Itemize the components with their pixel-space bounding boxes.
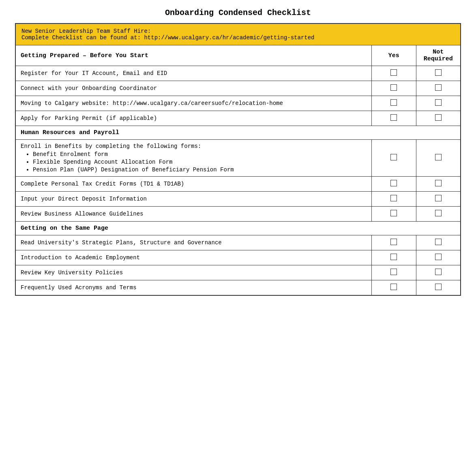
- bullet-list: Benefit Enrolment form Flexible Spending…: [33, 151, 367, 173]
- table-row: Input your Direct Deposit Information: [15, 192, 461, 207]
- yes-checkbox-cell: [371, 111, 416, 126]
- task-cell: Connect with your Onboarding Coordinator: [15, 81, 371, 96]
- yes-checkbox[interactable]: [390, 69, 397, 76]
- not-required-checkbox[interactable]: [435, 195, 442, 201]
- not-required-checkbox-cell: [416, 207, 461, 222]
- not-required-checkbox[interactable]: [435, 239, 442, 245]
- yes-checkbox[interactable]: [390, 239, 397, 245]
- banner-cell: New Senior Leadership Team Staff Hire: C…: [15, 23, 461, 45]
- yes-checkbox-cell: [371, 81, 416, 96]
- not-required-checkbox-cell: [416, 192, 461, 207]
- section-header-cell: Human Resources and Payroll: [15, 126, 461, 140]
- yes-checkbox[interactable]: [390, 254, 397, 260]
- yes-checkbox[interactable]: [390, 99, 397, 106]
- banner-line2: Complete Checklist can be found at: http…: [21, 34, 455, 41]
- section-header-row: Getting on the Same Page: [15, 222, 461, 235]
- yes-checkbox-cell: [371, 250, 416, 265]
- section-header-row: Human Resources and Payroll: [15, 126, 461, 140]
- yes-column-header: Yes: [371, 45, 416, 66]
- table-row: Complete Personal Tax Credit Forms (TD1 …: [15, 177, 461, 192]
- yes-checkbox[interactable]: [390, 195, 397, 201]
- not-required-checkbox[interactable]: [435, 284, 442, 290]
- yes-checkbox-cell: [371, 177, 416, 192]
- section-header-cell: Getting on the Same Page: [15, 222, 461, 235]
- yes-checkbox[interactable]: [390, 114, 397, 121]
- table-row: Connect with your Onboarding Coordinator: [15, 81, 461, 96]
- banner-row: New Senior Leadership Team Staff Hire: C…: [15, 23, 461, 45]
- page-title: Onboarding Condensed Checklist: [15, 8, 461, 17]
- table-row: Apply for Parking Permit (if applicable): [15, 111, 461, 126]
- not-required-checkbox[interactable]: [435, 114, 442, 121]
- task-column-header: Getting Prepared – Before You Start: [15, 45, 371, 66]
- not-required-column-header: NotRequired: [416, 45, 461, 66]
- not-required-checkbox-cell: [416, 235, 461, 250]
- not-required-checkbox[interactable]: [435, 69, 442, 76]
- not-required-checkbox[interactable]: [435, 84, 442, 91]
- table-row: Review Business Allowance Guidelines: [15, 207, 461, 222]
- yes-checkbox[interactable]: [390, 180, 397, 186]
- not-required-checkbox-cell: [416, 96, 461, 111]
- task-cell: Input your Direct Deposit Information: [15, 192, 371, 207]
- table-row: Frequently Used Acronyms and Terms: [15, 280, 461, 296]
- yes-checkbox-cell: [371, 66, 416, 81]
- yes-checkbox-cell: [371, 265, 416, 280]
- yes-checkbox[interactable]: [390, 84, 397, 91]
- task-cell: Frequently Used Acronyms and Terms: [15, 280, 371, 296]
- not-required-checkbox-cell: [416, 140, 461, 177]
- task-cell: Review Business Allowance Guidelines: [15, 207, 371, 222]
- list-item: Pension Plan (UAPP) Designation of Benef…: [33, 167, 367, 173]
- yes-checkbox-cell: [371, 192, 416, 207]
- checklist-table: New Senior Leadership Team Staff Hire: C…: [15, 23, 461, 296]
- list-item: Benefit Enrolment form: [33, 151, 367, 158]
- yes-checkbox[interactable]: [390, 284, 397, 290]
- not-required-checkbox[interactable]: [435, 154, 442, 160]
- yes-checkbox-cell: [371, 235, 416, 250]
- task-cell: Register for Your IT Account, Email and …: [15, 66, 371, 81]
- yes-checkbox[interactable]: [390, 269, 397, 275]
- header-banner: New Senior Leadership Team Staff Hire: C…: [16, 24, 460, 45]
- task-cell: Enroll in Benefits by completing the fol…: [15, 140, 371, 177]
- not-required-checkbox[interactable]: [435, 269, 442, 275]
- task-cell: Apply for Parking Permit (if applicable): [15, 111, 371, 126]
- task-cell: Review Key University Policies: [15, 265, 371, 280]
- table-row: Review Key University Policies: [15, 265, 461, 280]
- task-cell: Moving to Calgary website: http://www.uc…: [15, 96, 371, 111]
- not-required-checkbox-cell: [416, 111, 461, 126]
- not-required-checkbox-cell: [416, 250, 461, 265]
- table-row: Enroll in Benefits by completing the fol…: [15, 140, 461, 177]
- yes-checkbox-cell: [371, 207, 416, 222]
- yes-checkbox[interactable]: [390, 210, 397, 216]
- task-cell: Introduction to Academic Employment: [15, 250, 371, 265]
- table-row: Moving to Calgary website: http://www.uc…: [15, 96, 461, 111]
- table-row: Register for Your IT Account, Email and …: [15, 66, 461, 81]
- not-required-checkbox[interactable]: [435, 254, 442, 260]
- not-required-checkbox[interactable]: [435, 99, 442, 106]
- banner-line1: New Senior Leadership Team Staff Hire:: [21, 28, 455, 34]
- task-cell: Read University's Strategic Plans, Struc…: [15, 235, 371, 250]
- not-required-checkbox[interactable]: [435, 180, 442, 186]
- yes-checkbox-cell: [371, 96, 416, 111]
- not-required-checkbox-cell: [416, 265, 461, 280]
- not-required-checkbox-cell: [416, 280, 461, 296]
- list-item: Flexible Spending Account Allocation For…: [33, 159, 367, 165]
- not-required-checkbox-cell: [416, 81, 461, 96]
- page-container: Onboarding Condensed Checklist New Senio…: [15, 8, 461, 296]
- yes-checkbox-cell: [371, 140, 416, 177]
- yes-checkbox-cell: [371, 280, 416, 296]
- column-header-row: Getting Prepared – Before You Start Yes …: [15, 45, 461, 66]
- not-required-checkbox-cell: [416, 66, 461, 81]
- not-required-checkbox-cell: [416, 177, 461, 192]
- yes-checkbox[interactable]: [390, 154, 397, 160]
- table-row: Introduction to Academic Employment: [15, 250, 461, 265]
- table-row: Read University's Strategic Plans, Struc…: [15, 235, 461, 250]
- task-cell: Complete Personal Tax Credit Forms (TD1 …: [15, 177, 371, 192]
- not-required-checkbox[interactable]: [435, 210, 442, 216]
